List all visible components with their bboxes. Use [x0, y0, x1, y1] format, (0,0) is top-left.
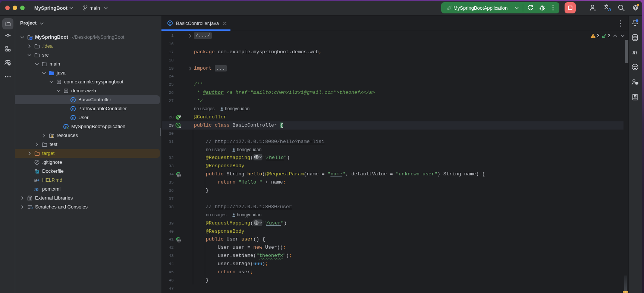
svg-text:A: A	[634, 95, 636, 98]
svg-text:C: C	[72, 116, 75, 120]
svg-text:C: C	[169, 21, 172, 25]
svg-text:m: m	[632, 49, 637, 55]
svg-text:C: C	[72, 107, 75, 111]
svg-text:C: C	[72, 98, 75, 102]
svg-text:M: M	[34, 178, 37, 182]
svg-text:A: A	[608, 7, 612, 12]
svg-text:?: ?	[8, 63, 10, 65]
svg-text:D: D	[37, 171, 39, 174]
svg-text:m: m	[34, 186, 39, 192]
